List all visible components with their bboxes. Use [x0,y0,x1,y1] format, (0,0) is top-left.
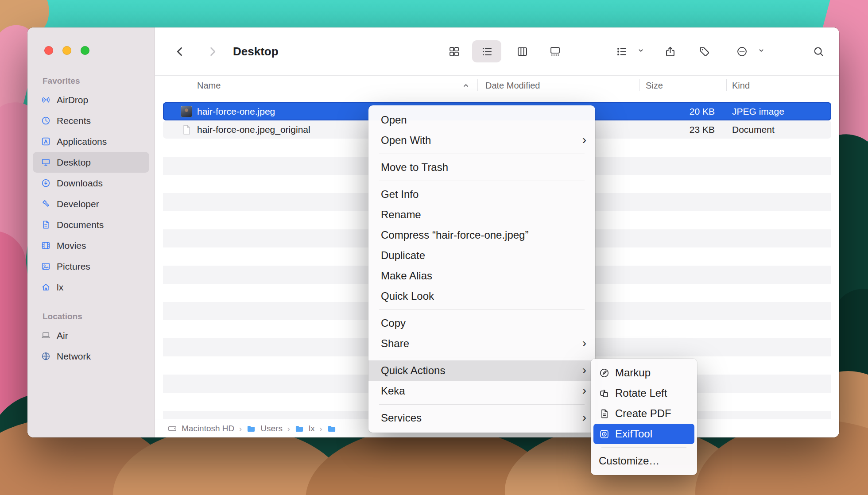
applications-icon [41,136,51,147]
file-name: hair-force-one.jpeg [197,106,275,117]
path-separator: › [239,423,242,434]
submenu-arrow-icon: › [582,364,586,376]
submenu-item-rotate-left[interactable]: Rotate Left [593,383,694,403]
column-header-size[interactable]: Size [646,80,663,90]
hammer-icon [41,199,51,209]
image-thumbnail [181,106,192,117]
minimize-button[interactable] [62,46,71,55]
path-item-users[interactable]: Users [260,424,283,433]
search-button[interactable] [806,40,831,62]
menu-item-quick-look[interactable]: Quick Look [368,286,595,306]
column-resize-handle[interactable] [726,79,727,91]
back-button[interactable] [167,40,193,62]
tags-button[interactable] [691,40,717,62]
submenu-item-create-pdf[interactable]: Create PDF [593,403,694,424]
sidebar-item-pictures[interactable]: Pictures [33,256,149,277]
column-resize-handle[interactable] [477,79,478,91]
menu-item-get-info[interactable]: Get Info [368,184,595,205]
menu-item-share[interactable]: Share› [368,333,595,354]
more-actions-button[interactable] [729,40,755,62]
clock-icon [41,116,51,126]
photo-icon [41,261,51,271]
submenu-item-label: ExifTool [615,428,652,440]
airdrop-icon [41,95,51,105]
sidebar-item-label: Air [57,330,68,341]
downloads-icon [41,178,51,188]
column-resize-handle[interactable] [639,79,640,91]
submenu-item-customize[interactable]: Customize… [593,451,694,471]
submenu-arrow-icon: › [582,337,586,349]
sidebar-item-downloads[interactable]: Downloads [33,173,149,193]
submenu-item-label: Create PDF [615,407,671,420]
submenu-item-exiftool[interactable]: ExifTool [593,424,694,444]
view-as-icons-button[interactable] [441,40,467,62]
menu-item-label: Open [381,114,586,126]
menu-item-label: Compress “hair-force-one.jpeg” [381,229,586,241]
view-as-columns-button[interactable] [509,40,535,62]
context-menu: Open Open With› Move to Trash Get Info R… [368,105,595,433]
path-item-lx[interactable]: lx [309,424,315,433]
sidebar-item-developer[interactable]: Developer [33,193,149,214]
menu-item-rename[interactable]: Rename [368,205,595,225]
menu-item-make-alias[interactable]: Make Alias [368,266,595,286]
sidebar-item-network[interactable]: Network [33,346,149,367]
file-kind: Document [726,124,831,135]
column-header-name[interactable]: Name [197,80,221,90]
column-header-kind[interactable]: Kind [732,80,750,90]
chevron-down-icon [758,47,765,56]
menu-item-open-with[interactable]: Open With› [368,130,595,151]
submenu-item-markup[interactable]: Markup [593,363,694,383]
sidebar-item-label: Pictures [57,261,90,272]
sidebar-item-airdrop[interactable]: AirDrop [33,89,149,110]
menu-item-label: Quick Look [381,290,586,302]
forward-button[interactable] [199,40,225,62]
sidebar-item-desktop[interactable]: Desktop [33,152,149,173]
menu-item-copy[interactable]: Copy [368,313,595,333]
submenu-item-label: Markup [615,367,651,379]
folder-icon [246,424,256,433]
file-size: 20 KB [639,106,726,117]
menu-item-label: Move to Trash [381,161,586,174]
menu-item-duplicate[interactable]: Duplicate [368,245,595,266]
path-item-macintosh-hd[interactable]: Macintosh HD [182,424,234,433]
zoom-button[interactable] [81,46,89,55]
share-button[interactable] [657,40,683,62]
sidebar-item-applications[interactable]: Applications [33,131,149,152]
group-icon [616,46,628,58]
submenu-arrow-icon: › [582,384,586,397]
sidebar-item-recents[interactable]: Recents [33,110,149,131]
menu-item-label: Get Info [381,188,586,201]
group-button[interactable] [608,40,634,62]
menu-separator [379,309,585,310]
menu-item-compress[interactable]: Compress “hair-force-one.jpeg” [368,225,595,245]
sidebar-item-home[interactable]: lx [33,277,149,298]
sidebar-item-movies[interactable]: Movies [33,235,149,256]
toolbar: Desktop [155,27,839,75]
exiftool-icon [599,429,610,440]
laptop-icon [41,330,51,340]
view-as-gallery-button[interactable] [542,40,568,62]
menu-separator [601,447,686,448]
sidebar-item-label: Downloads [57,178,103,189]
menu-item-label: Make Alias [381,270,586,282]
sort-ascending-icon [462,82,469,89]
sidebar-item-documents[interactable]: Documents [33,214,149,235]
ellipsis-circle-icon [736,46,748,58]
column-header-date-modified[interactable]: Date Modified [485,80,540,90]
menu-item-open[interactable]: Open [368,110,595,130]
menu-separator [379,404,585,405]
menu-item-move-to-trash[interactable]: Move to Trash [368,157,595,178]
menu-item-services[interactable]: Services› [368,408,595,428]
sidebar-item-label: Movies [57,240,86,251]
view-as-list-button[interactable] [472,40,501,62]
sidebar-item-label: Documents [57,220,104,230]
close-button[interactable] [44,46,53,55]
menu-item-quick-actions[interactable]: Quick Actions› [368,360,595,381]
hard-drive-icon [167,424,177,433]
chevron-right-icon [206,46,218,58]
path-separator: › [287,423,290,434]
menu-item-keka[interactable]: Keka› [368,381,595,401]
sidebar-item-label: Recents [57,116,91,126]
sidebar-item-air[interactable]: Air [33,325,149,346]
sidebar-item-label: AirDrop [57,95,88,105]
